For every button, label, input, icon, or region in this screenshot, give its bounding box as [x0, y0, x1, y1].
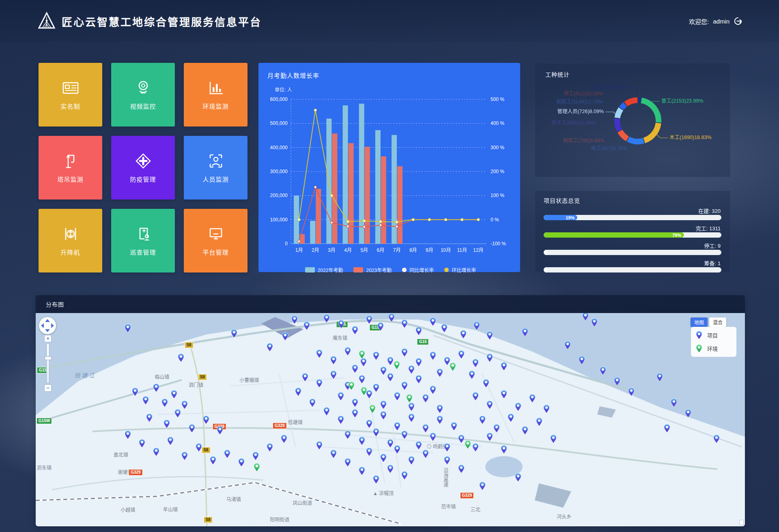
tile-platform[interactable]: 平台管理 [184, 209, 247, 272]
project-marker-pin[interactable] [401, 471, 408, 482]
legend-item[interactable]: 2023年考勤 [353, 266, 392, 273]
project-marker-pin[interactable] [550, 434, 557, 445]
project-marker-pin[interactable] [181, 400, 188, 411]
project-marker-pin[interactable] [500, 362, 507, 373]
project-marker-pin[interactable] [443, 443, 450, 454]
project-marker-pin[interactable] [401, 430, 408, 441]
tile-tower-crane[interactable]: 塔吊监测 [39, 136, 102, 200]
pan-up-icon[interactable] [45, 319, 50, 322]
zoom-slider-handle[interactable] [45, 356, 52, 360]
env-marker-pin[interactable] [449, 362, 456, 373]
project-marker-pin[interactable] [486, 331, 493, 342]
project-marker-pin[interactable] [167, 436, 174, 447]
project-marker-pin[interactable] [146, 413, 153, 424]
donut-segment-钢筋工[interactable] [628, 139, 643, 142]
project-marker-pin[interactable] [266, 343, 273, 354]
project-marker-pin[interactable] [125, 324, 131, 335]
tile-env-monitor[interactable]: 环境监测 [184, 63, 247, 127]
project-marker-pin[interactable] [366, 447, 372, 458]
project-marker-pin[interactable] [578, 356, 585, 367]
legend-item[interactable]: 同比增长率 [402, 266, 434, 273]
project-marker-pin[interactable] [514, 402, 521, 413]
project-marker-pin[interactable] [330, 356, 337, 367]
project-marker-pin[interactable] [422, 449, 429, 460]
project-marker-pin[interactable] [564, 341, 571, 352]
project-marker-pin[interactable] [479, 415, 486, 426]
project-marker-pin[interactable] [437, 415, 443, 426]
project-marker-pin[interactable] [153, 447, 160, 458]
project-marker-pin[interactable] [514, 473, 521, 484]
project-marker-pin[interactable] [429, 317, 436, 328]
project-marker-pin[interactable] [460, 330, 467, 341]
project-marker-pin[interactable] [316, 379, 323, 390]
zoom-slider-track[interactable] [46, 343, 49, 384]
project-marker-pin[interactable] [238, 458, 245, 469]
project-marker-pin[interactable] [330, 449, 337, 460]
project-marker-pin[interactable] [441, 324, 448, 335]
project-marker-pin[interactable] [161, 398, 168, 409]
project-marker-pin[interactable] [380, 366, 387, 377]
donut-segment-焊工[interactable] [626, 100, 637, 104]
project-marker-pin[interactable] [380, 411, 387, 422]
project-marker-pin[interactable] [582, 313, 589, 323]
project-marker-pin[interactable] [429, 351, 436, 362]
project-marker-pin[interactable] [224, 449, 230, 460]
project-marker-pin[interactable] [330, 370, 337, 381]
project-marker-pin[interactable] [131, 387, 138, 398]
project-marker-pin[interactable] [153, 383, 160, 394]
donut-segment-架子工[interactable] [617, 119, 620, 131]
project-marker-pin[interactable] [408, 413, 415, 424]
tile-personnel[interactable]: 人员监测 [184, 136, 247, 200]
project-marker-pin[interactable] [302, 373, 309, 384]
project-marker-pin[interactable] [295, 387, 301, 398]
project-marker-pin[interactable] [486, 353, 493, 364]
tile-lift[interactable]: 升降机 [39, 209, 102, 272]
project-marker-pin[interactable] [422, 394, 429, 405]
pan-left-icon[interactable] [41, 323, 44, 328]
donut-segment-管理人员[interactable] [618, 109, 621, 118]
project-marker-pin[interactable] [359, 375, 366, 386]
project-marker-pin[interactable] [266, 443, 273, 454]
project-marker-pin[interactable] [458, 434, 465, 445]
map-type-button-hybrid[interactable]: 混合 [709, 317, 726, 327]
map-legend-item[interactable]: 环境 [696, 344, 732, 353]
project-marker-pin[interactable] [387, 356, 394, 367]
project-marker-pin[interactable] [614, 377, 621, 388]
map-type-button-map[interactable]: 地图 [691, 317, 708, 327]
donut-segment-杂工[interactable] [638, 100, 641, 101]
donut-segment-木工[interactable] [644, 123, 658, 141]
project-marker-pin[interactable] [373, 475, 380, 486]
project-marker-pin[interactable] [508, 413, 514, 424]
project-marker-pin[interactable] [394, 445, 401, 456]
project-marker-pin[interactable] [337, 415, 344, 426]
tile-real-name[interactable]: 实名制 [39, 63, 102, 127]
project-marker-pin[interactable] [164, 419, 170, 430]
project-marker-pin[interactable] [344, 458, 351, 469]
zoom-in-button[interactable]: + [44, 335, 52, 342]
project-marker-pin[interactable] [443, 456, 450, 467]
project-marker-pin[interactable] [366, 419, 372, 430]
project-marker-pin[interactable] [472, 443, 479, 454]
tile-epidemic[interactable]: 防疫管理 [111, 136, 175, 200]
donut-segment-电工[interactable] [621, 105, 625, 109]
pan-right-icon[interactable] [51, 323, 54, 328]
donut-segment-砌筑工[interactable] [620, 131, 628, 139]
project-marker-pin[interactable] [323, 314, 330, 325]
project-marker-pin[interactable] [458, 350, 465, 361]
project-marker-pin[interactable] [500, 445, 507, 456]
project-marker-pin[interactable] [291, 315, 298, 326]
project-marker-pin[interactable] [429, 385, 436, 396]
project-marker-pin[interactable] [359, 436, 366, 447]
project-marker-pin[interactable] [280, 434, 287, 445]
project-marker-pin[interactable] [437, 368, 443, 379]
project-marker-pin[interactable] [536, 417, 543, 428]
project-marker-pin[interactable] [388, 313, 395, 324]
project-marker-pin[interactable] [387, 439, 394, 450]
project-marker-pin[interactable] [472, 358, 479, 369]
project-marker-pin[interactable] [139, 439, 146, 450]
project-marker-pin[interactable] [202, 415, 209, 426]
project-marker-pin[interactable] [351, 398, 358, 409]
project-marker-pin[interactable] [479, 481, 486, 492]
project-marker-pin[interactable] [142, 396, 149, 407]
project-marker-pin[interactable] [394, 392, 401, 403]
